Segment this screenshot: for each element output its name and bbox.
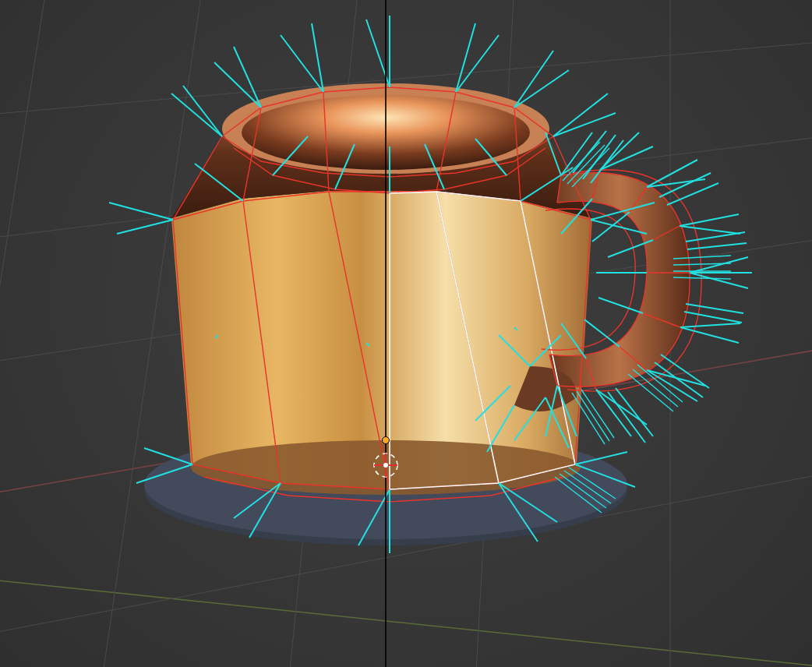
svg-line-107 [686,304,743,313]
object-origin [383,437,390,444]
svg-line-132 [577,391,609,441]
3d-viewport[interactable] [0,0,812,667]
svg-line-49 [514,70,569,108]
svg-line-48 [514,51,553,108]
svg-line-88 [680,327,739,343]
svg-line-101 [584,319,620,347]
svg-line-100 [598,298,643,313]
3d-cursor[interactable] [374,453,397,477]
svg-line-83 [680,214,739,226]
svg-line-57 [109,203,173,220]
svg-line-51 [553,113,616,136]
svg-line-39 [183,86,222,136]
svg-line-46 [456,23,475,92]
svg-line-112 [608,392,645,443]
svg-line-106 [687,243,747,249]
svg-line-6 [0,0,47,667]
svg-line-42 [312,23,323,92]
svg-line-130 [628,374,673,411]
svg-line-108 [684,312,742,323]
svg-line-105 [686,232,745,242]
svg-line-43 [281,35,323,92]
svg-line-4 [0,577,812,667]
svg-line-38 [171,94,222,136]
mug-body [171,83,592,495]
svg-line-47 [456,35,499,92]
svg-line-50 [553,94,608,136]
svg-line-131 [581,390,614,438]
svg-point-141 [383,463,388,468]
svg-line-89 [680,323,740,327]
viewport-svg [0,0,812,667]
svg-line-41 [214,62,261,108]
svg-line-84 [680,226,740,234]
svg-line-86 [690,257,748,273]
svg-line-97 [592,212,630,242]
svg-line-40 [234,47,261,108]
svg-line-87 [690,273,748,288]
